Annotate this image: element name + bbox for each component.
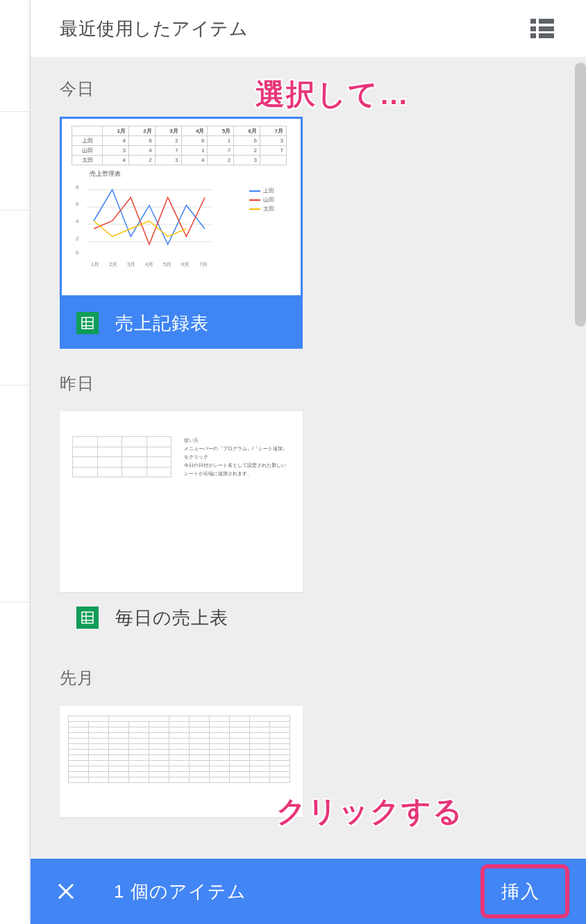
- thumbnail-chart-title: 売上管理表: [90, 170, 291, 179]
- thumbnail-table: [68, 716, 290, 783]
- close-icon[interactable]: [56, 881, 76, 902]
- file-picker-panel: 最近使用したアイテム 今日 1月 2月: [31, 0, 586, 924]
- insert-button[interactable]: 挿入: [480, 866, 561, 918]
- section-last-month: 先月: [60, 667, 557, 817]
- thumbnail-table: 1月 2月 3月 4月 5月 6月 7月 上田4826163: [72, 126, 287, 165]
- file-caption: 毎日の売上表: [60, 592, 303, 643]
- sheets-icon: [76, 607, 99, 629]
- section-today: 今日 1月 2月 3月 4月 5月 6月: [60, 78, 557, 349]
- selection-count: 1 個のアイテム: [114, 880, 246, 904]
- file-card[interactable]: 使い方 メニューバーの「プログラム」/「シート追加」をクリック 今日の日付がシー…: [60, 411, 303, 643]
- file-caption: 売上記録表: [60, 297, 303, 349]
- section-label-yesterday: 昨日: [60, 372, 557, 395]
- thumbnail-text-block: 使い方 メニューバーの「プログラム」/「シート追加」をクリック 今日の日付がシー…: [184, 436, 290, 477]
- svg-rect-4: [82, 317, 93, 329]
- section-yesterday: 昨日 使い方 メニューバーの「プログラム」/「シート追加」をクリック: [60, 372, 557, 643]
- footer-bar: 1 個のアイテム 挿入: [31, 859, 586, 924]
- section-label-last-month: 先月: [60, 667, 557, 689]
- panel-header: 最近使用したアイテム: [31, 0, 586, 57]
- file-card-selected[interactable]: 1月 2月 3月 4月 5月 6月 7月 上田4826163: [60, 117, 303, 349]
- list-view-icon[interactable]: [530, 19, 554, 38]
- panel-content: 今日 1月 2月 3月 4月 5月 6月: [31, 57, 586, 859]
- file-title: 毎日の売上表: [115, 606, 228, 630]
- file-title: 売上記録表: [115, 311, 209, 336]
- panel-title: 最近使用したアイテム: [60, 17, 248, 41]
- section-label-today: 今日: [60, 78, 557, 100]
- background-document-sliver: [0, 0, 31, 924]
- thumbnail-chart: 8 6 4 2 0 1月 2月 3月 4月 5月 6月 7月: [72, 180, 294, 291]
- file-thumbnail: [60, 706, 303, 817]
- svg-rect-8: [82, 612, 93, 623]
- file-thumbnail: 使い方 メニューバーの「プログラム」/「シート追加」をクリック 今日の日付がシー…: [60, 411, 303, 592]
- file-thumbnail: 1月 2月 3月 4月 5月 6月 7月 上田4826163: [60, 117, 303, 297]
- file-card-partial[interactable]: [60, 706, 303, 817]
- scrollbar-thumb[interactable]: [575, 63, 586, 327]
- chart-legend: 上田 山田 太田: [249, 187, 274, 214]
- thumbnail-table: [72, 436, 171, 477]
- sheets-icon: [76, 312, 99, 334]
